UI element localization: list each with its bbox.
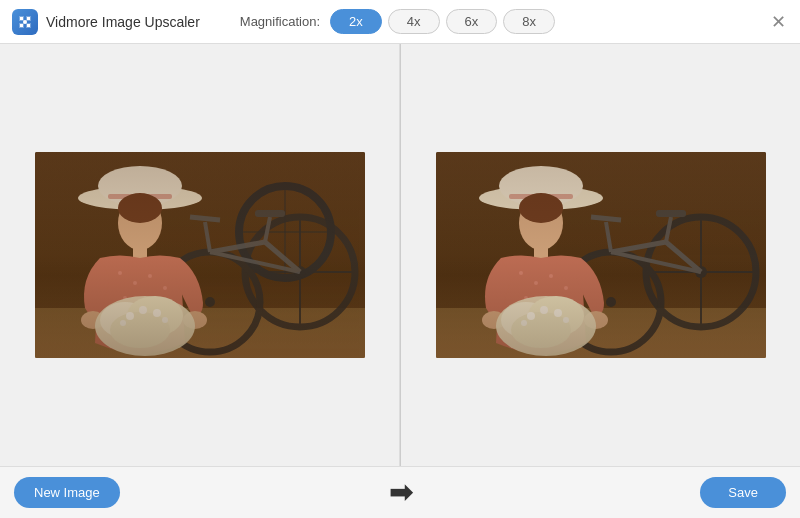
svg-point-36 xyxy=(120,320,126,326)
app-title: Vidmore Image Upscaler xyxy=(46,14,200,30)
svg-point-70 xyxy=(527,312,535,320)
arrow-container: ➡ xyxy=(389,476,412,509)
svg-point-55 xyxy=(519,193,563,223)
svg-point-59 xyxy=(534,281,538,285)
mag-btn-6x[interactable]: 6x xyxy=(446,9,498,34)
svg-point-72 xyxy=(554,309,562,317)
svg-point-24 xyxy=(163,286,167,290)
output-image-container xyxy=(436,152,766,358)
svg-line-12 xyxy=(265,217,270,242)
close-button[interactable]: ✕ xyxy=(771,13,786,31)
svg-point-0 xyxy=(23,20,27,24)
output-panel xyxy=(401,44,800,466)
woman-svg xyxy=(55,158,235,358)
mag-btn-4x[interactable]: 4x xyxy=(388,9,440,34)
output-photo xyxy=(436,152,766,358)
svg-point-34 xyxy=(139,306,147,314)
footer-bar: New Image ➡ Save xyxy=(0,466,800,518)
magnification-label: Magnification: xyxy=(240,14,320,29)
new-image-button[interactable]: New Image xyxy=(14,477,120,508)
svg-rect-13 xyxy=(255,210,285,217)
svg-point-60 xyxy=(549,274,553,278)
title-bar: Vidmore Image Upscaler Magnification: 2x… xyxy=(0,0,800,44)
main-content xyxy=(0,44,800,466)
svg-point-35 xyxy=(153,309,161,317)
arrow-right-icon: ➡ xyxy=(389,476,412,509)
svg-rect-50 xyxy=(656,210,686,217)
svg-point-23 xyxy=(148,274,152,278)
svg-point-32 xyxy=(110,312,170,348)
mag-btn-8x[interactable]: 8x xyxy=(503,9,555,34)
svg-point-37 xyxy=(162,317,168,323)
original-photo xyxy=(35,152,365,358)
svg-point-58 xyxy=(519,271,523,275)
svg-point-33 xyxy=(126,312,134,320)
app-logo xyxy=(12,9,38,35)
mag-btn-2x[interactable]: 2x xyxy=(330,9,382,34)
magnification-buttons: 2x 4x 6x 8x xyxy=(330,9,555,34)
save-button[interactable]: Save xyxy=(700,477,786,508)
svg-point-61 xyxy=(564,286,568,290)
bottom-right: Save xyxy=(700,477,786,508)
svg-point-18 xyxy=(118,193,162,223)
svg-point-74 xyxy=(563,317,569,323)
svg-point-73 xyxy=(521,320,527,326)
svg-line-49 xyxy=(666,217,671,242)
app-logo-icon xyxy=(17,14,33,30)
svg-point-21 xyxy=(118,271,122,275)
original-image-container xyxy=(35,152,365,358)
original-panel xyxy=(0,44,400,466)
output-woman-svg xyxy=(456,158,636,358)
svg-point-71 xyxy=(540,306,548,314)
svg-point-69 xyxy=(511,312,571,348)
svg-point-22 xyxy=(133,281,137,285)
